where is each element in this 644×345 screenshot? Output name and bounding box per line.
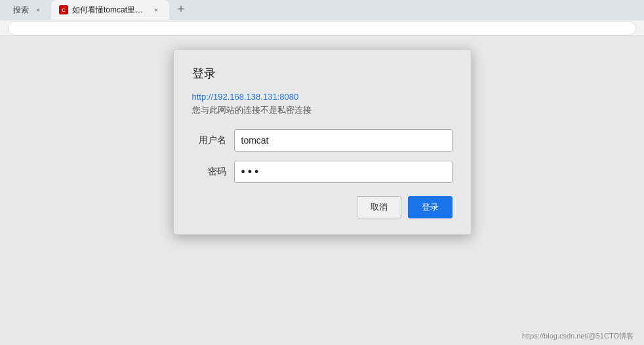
tab-search-title: 搜索	[13, 5, 29, 16]
page-content: 登录 http://192.168.138.131:8080 您与此网站的连接不…	[0, 36, 644, 345]
login-button[interactable]: 登录	[408, 196, 453, 218]
tab-search[interactable]: 搜索 ×	[5, 0, 51, 20]
username-input[interactable]	[234, 129, 453, 152]
tab-article[interactable]: C 如何看懂tomcat里的catali… ×	[51, 0, 169, 20]
tab-article-title: 如何看懂tomcat里的catali…	[72, 5, 147, 16]
password-label: 密码	[192, 166, 226, 178]
password-input[interactable]	[234, 161, 453, 183]
tab-article-favicon: C	[59, 5, 68, 14]
dialog-notice: 您与此网站的连接不是私密连接	[192, 104, 453, 116]
new-tab-button[interactable]: +	[172, 0, 190, 18]
dialog-actions: 取消 登录	[192, 196, 453, 218]
dialog-title: 登录	[192, 66, 453, 81]
footer-url: https://blog.csdn.net/@51CTO博客	[522, 331, 634, 341]
tab-bar: 搜索 × C 如何看懂tomcat里的catali… × +	[0, 0, 644, 20]
auth-dialog: 登录 http://192.168.138.131:8080 您与此网站的连接不…	[173, 49, 472, 235]
address-bar	[0, 20, 644, 35]
password-row: 密码	[192, 161, 453, 183]
browser-chrome: 搜索 × C 如何看懂tomcat里的catali… × +	[0, 0, 644, 36]
username-row: 用户名	[192, 129, 453, 152]
tab-article-close[interactable]: ×	[151, 5, 161, 15]
address-input[interactable]	[8, 21, 636, 35]
username-label: 用户名	[192, 134, 226, 146]
cancel-button[interactable]: 取消	[357, 196, 401, 218]
tab-search-close[interactable]: ×	[33, 5, 43, 15]
dialog-url: http://192.168.138.131:8080	[192, 92, 453, 102]
